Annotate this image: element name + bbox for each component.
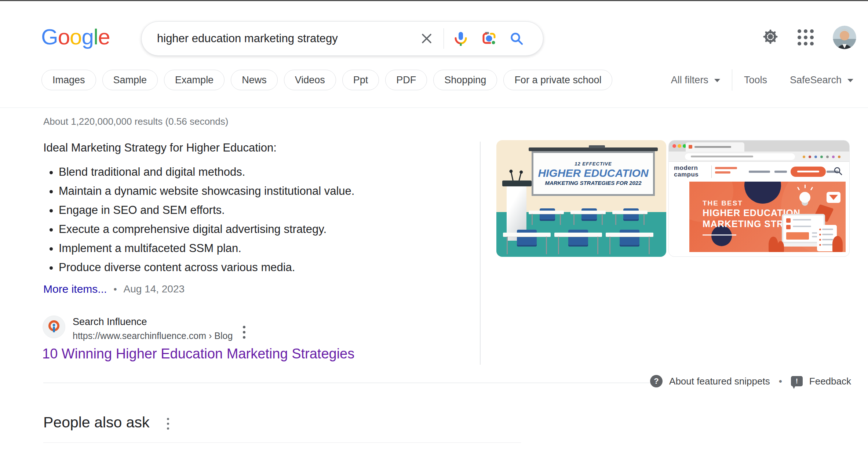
tools-label: Tools xyxy=(744,74,767,86)
extension-icon xyxy=(826,156,829,158)
avatar-photo xyxy=(833,26,856,49)
chip-pdf[interactable]: PDF xyxy=(385,70,427,90)
snippet-thumbnail-classroom[interactable]: 12 EFFECTIVE HIGHER EDUCATION MARKETING … xyxy=(496,140,666,257)
chip-for-a-private-school[interactable]: For a private school xyxy=(503,70,612,90)
feedback-link[interactable]: ! Feedback xyxy=(791,376,851,387)
snippet-bullet: Maintain a dynamic website showcasing in… xyxy=(59,185,465,198)
kebab-dot xyxy=(243,326,245,328)
search-box[interactable]: higher education marketing strategy xyxy=(141,21,543,56)
paa-options-button[interactable] xyxy=(167,418,169,430)
projector-screen: 12 EFFECTIVE HIGHER EDUCATION MARKETING … xyxy=(532,151,655,196)
site-header: modern campus xyxy=(669,162,849,182)
desk xyxy=(612,211,648,225)
snippet-bullet: Produce diverse content across various m… xyxy=(59,261,465,274)
apps-grid-dot xyxy=(804,29,807,33)
window-top-edge xyxy=(0,0,868,1)
chip-ppt[interactable]: Ppt xyxy=(342,70,379,90)
snippet-bullet: Engage in SEO and SEM efforts. xyxy=(59,204,465,217)
about-featured-snippets-link[interactable]: ? About featured snippets xyxy=(650,375,770,387)
lightbulb-illustration xyxy=(799,192,810,203)
dot-separator: • xyxy=(113,284,117,295)
google-apps-button[interactable] xyxy=(798,29,814,45)
lens-search-button[interactable] xyxy=(475,31,503,46)
logo-divider xyxy=(711,165,712,178)
browser-url-bar xyxy=(669,152,849,162)
result-options-button[interactable] xyxy=(243,326,245,339)
kebab-dot xyxy=(243,336,245,339)
chip-news[interactable]: News xyxy=(231,70,278,90)
settings-button[interactable] xyxy=(762,29,778,46)
apps-grid-dot xyxy=(804,36,807,39)
plant-illustration xyxy=(832,236,843,252)
extension-icon xyxy=(809,156,811,158)
search-icon xyxy=(509,31,524,46)
kebab-dot xyxy=(243,331,245,333)
plant-illustration xyxy=(777,241,784,252)
search-input[interactable]: higher education marketing strategy xyxy=(157,32,413,45)
kebab-dot xyxy=(167,423,169,425)
chip-example[interactable]: Example xyxy=(164,70,225,90)
dot-separator: • xyxy=(779,376,782,387)
safesearch-menu[interactable]: SafeSearch xyxy=(790,74,853,86)
safesearch-label: SafeSearch xyxy=(790,74,842,86)
envelope-illustration xyxy=(827,192,840,203)
logo-letter: o xyxy=(58,24,70,50)
snippet-date: Aug 14, 2023 xyxy=(123,283,185,295)
snippet-bullet: Execute a comprehensive digital advertis… xyxy=(59,223,465,236)
snippet-thumbnail-website[interactable]: modern campus xyxy=(668,140,850,257)
thumbnail-text: HIGHER EDUCATION xyxy=(538,167,648,179)
snippet-bullet: Implement a multifaceted SSM plan. xyxy=(59,242,465,255)
apps-grid-dot xyxy=(798,42,801,45)
lightbulb-ray xyxy=(805,185,806,188)
site-favicon xyxy=(43,316,65,338)
feedback-label: Feedback xyxy=(809,376,851,387)
chevron-down-icon xyxy=(847,79,853,82)
projector-screen-mount xyxy=(589,145,605,148)
chip-shopping[interactable]: Shopping xyxy=(433,70,497,90)
more-items-link[interactable]: More items... xyxy=(43,283,107,295)
search-submit-button[interactable] xyxy=(503,31,530,46)
paa-divider xyxy=(43,442,521,443)
search-filter-chips: Images Sample Example News Videos Ppt PD… xyxy=(41,70,612,90)
result-source-block: Search Influence https://www.searchinflu… xyxy=(43,316,245,341)
source-site-name[interactable]: Search Influence xyxy=(73,316,233,328)
voice-search-button[interactable] xyxy=(447,31,475,46)
tools-button[interactable]: Tools xyxy=(744,74,767,86)
source-text-block: Search Influence https://www.searchinflu… xyxy=(73,316,233,341)
browser-tab xyxy=(686,142,744,152)
podium-top xyxy=(502,181,532,186)
source-url-breadcrumb[interactable]: https://www.searchinfluence.com › Blog xyxy=(73,331,233,341)
toolbar-divider xyxy=(732,69,732,91)
snippet-heading: Ideal Marketing Strategy for Higher Educ… xyxy=(43,141,465,154)
snippet-bottom-divider xyxy=(43,383,655,383)
chip-videos[interactable]: Videos xyxy=(284,70,336,90)
result-title-link[interactable]: 10 Winning Higher Education Marketing St… xyxy=(42,346,354,362)
desk xyxy=(606,233,653,255)
logo-letter: g xyxy=(81,24,93,50)
results-stats: About 1,220,000,000 results (0.56 second… xyxy=(43,116,228,127)
chip-sample[interactable]: Sample xyxy=(102,70,158,90)
modern-campus-logo: modern campus xyxy=(674,165,699,178)
extension-icon xyxy=(838,156,840,158)
snippet-image-divider xyxy=(480,142,481,365)
thumbnail-text: MARKETING STRATEGIES FOR 2022 xyxy=(545,180,641,186)
feedback-icon: ! xyxy=(791,376,803,386)
apps-grid-dot xyxy=(798,36,801,39)
browser-chrome-bar xyxy=(669,141,849,152)
clear-search-button[interactable] xyxy=(413,32,441,45)
extension-icon xyxy=(803,156,805,158)
plant-illustration xyxy=(769,237,778,252)
site-hero-banner: THE BEST HIGHER EDUCATION MARKETING STRA… xyxy=(689,182,846,252)
google-logo[interactable]: Google xyxy=(41,24,110,50)
logo-letter: o xyxy=(70,24,81,50)
profile-avatar[interactable] xyxy=(833,26,856,49)
extension-icon xyxy=(832,156,835,158)
apps-grid-dot xyxy=(810,42,814,45)
search-box-divider xyxy=(444,28,444,49)
snippet-bullet-list: Blend traditional and digital methods. M… xyxy=(59,165,465,274)
all-filters-menu[interactable]: All filters xyxy=(671,74,720,86)
desk xyxy=(554,233,602,255)
hero-underline xyxy=(703,234,736,236)
chip-images[interactable]: Images xyxy=(41,70,96,90)
desk xyxy=(529,211,564,225)
